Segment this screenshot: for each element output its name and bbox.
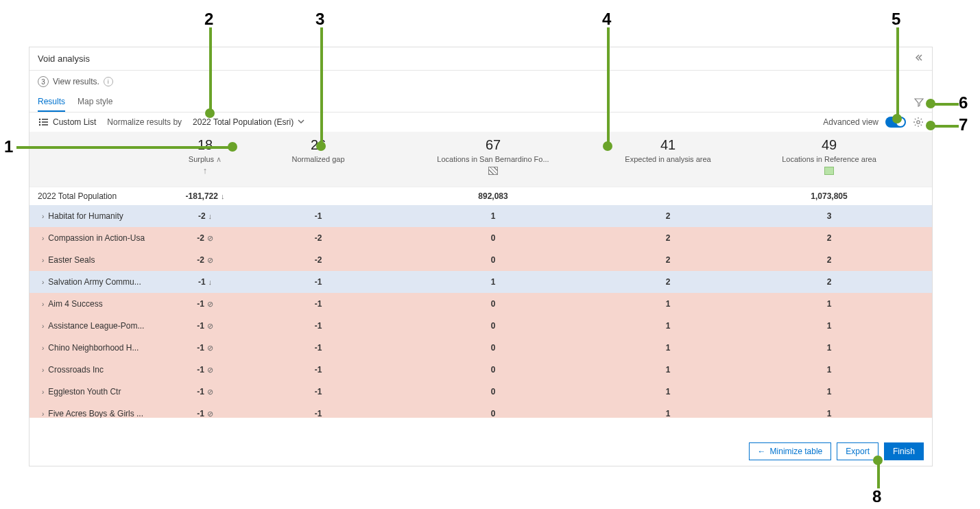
row-expected: 1: [610, 365, 726, 375]
arrow-left-icon: ←: [758, 447, 766, 456]
summary-locsan: 892,083: [377, 191, 610, 201]
expand-icon[interactable]: ›: [42, 388, 44, 396]
step-number-badge: 3: [38, 76, 49, 87]
gear-icon[interactable]: [913, 117, 924, 128]
row-normgap: -1: [260, 277, 377, 287]
callout-line-5: [896, 27, 899, 115]
row-name: Aim 4 Success: [48, 299, 102, 309]
row-surplus: -1: [197, 321, 204, 331]
row-name: Salvation Army Commu...: [48, 277, 141, 287]
row-locsan: 0: [377, 343, 610, 353]
table-row[interactable]: ›Crossroads Inc-1⊘-1011: [29, 359, 932, 381]
table-row[interactable]: ›Five Acres Boys & Girls ...-1⊘-1011: [29, 403, 932, 418]
callout-dot-1: [228, 142, 237, 152]
callout-line-6: [934, 103, 959, 106]
callout-line-1: [16, 146, 229, 149]
row-normgap: -1: [260, 343, 377, 353]
export-button[interactable]: Export: [837, 442, 879, 460]
callout-dot-3: [316, 141, 326, 151]
info-icon[interactable]: i: [104, 77, 113, 86]
column-locations-reference[interactable]: 49 Locations in Reference area: [726, 132, 932, 187]
row-locsan: 1: [377, 277, 610, 287]
callout-line-4: [607, 27, 610, 143]
trend-icon: ⊘: [207, 256, 213, 265]
locsan-count: 67: [486, 137, 501, 153]
table-row[interactable]: ›Assistance League-Pom...-1⊘-1011: [29, 315, 932, 337]
expand-icon[interactable]: ›: [42, 366, 44, 374]
table-row[interactable]: ›Habitat for Humanity-2↓-1123: [29, 205, 932, 227]
callout-1: 1: [4, 137, 13, 156]
table-row[interactable]: ›Compassion in Action-Usa-2⊘-2022: [29, 227, 932, 249]
callout-dot-4: [603, 141, 612, 151]
row-normgap: -1: [260, 299, 377, 309]
normalize-label: Normalize results by: [107, 117, 182, 127]
row-name: Easter Seals: [48, 255, 95, 265]
expand-icon[interactable]: ›: [42, 257, 44, 264]
row-normgap: -2: [260, 233, 377, 243]
callout-dot-8: [873, 455, 883, 465]
table-row[interactable]: ›Aim 4 Success-1⊘-1011: [29, 293, 932, 315]
callout-line-8: [877, 464, 880, 488]
tab-results[interactable]: Results: [38, 93, 65, 112]
tabs: Results Map style: [29, 93, 932, 113]
row-locref: 2: [726, 233, 932, 243]
row-normgap: -2: [260, 255, 377, 265]
row-locsan: 1: [377, 211, 610, 221]
expand-icon[interactable]: ›: [42, 322, 44, 330]
row-locref: 1: [726, 321, 932, 331]
column-expected[interactable]: 41 Expected in analysis area: [610, 132, 726, 187]
finish-button[interactable]: Finish: [884, 442, 924, 460]
normalize-value: 2022 Total Population (Esri): [193, 117, 294, 127]
tab-map-style[interactable]: Map style: [77, 93, 112, 112]
trend-icon: ↓: [208, 278, 213, 286]
results-table: 18 Surplus ∧ ↑ 26 Normalized gap 67 Loca…: [29, 132, 932, 418]
expand-icon[interactable]: ›: [42, 213, 44, 220]
expand-icon[interactable]: ›: [42, 300, 44, 308]
trend-icon: ⊘: [207, 388, 213, 396]
row-surplus: -1: [198, 277, 206, 287]
row-expected: 1: [610, 409, 726, 418]
callout-3: 3: [315, 10, 324, 29]
table-row[interactable]: ›Salvation Army Commu...-1↓-1122: [29, 271, 932, 293]
table-row[interactable]: ›Easter Seals-2⊘-2022: [29, 249, 932, 271]
trend-icon: ⊘: [207, 234, 213, 243]
row-surplus: -1: [197, 365, 204, 375]
custom-list-button[interactable]: Custom List: [38, 117, 96, 127]
expand-icon[interactable]: ›: [42, 235, 44, 242]
row-locsan: 0: [377, 321, 610, 331]
summary-name: 2022 Total Population: [29, 191, 150, 201]
row-expected: 2: [610, 233, 726, 243]
row-surplus: -1: [197, 409, 204, 418]
row-locsan: 0: [377, 409, 610, 418]
row-name: Assistance League-Pom...: [48, 321, 144, 331]
column-surplus[interactable]: 18 Surplus ∧ ↑: [150, 132, 260, 187]
row-name: Chino Neighborhood H...: [48, 343, 139, 353]
filter-icon[interactable]: [914, 97, 924, 107]
step-row: 3 View results. i: [29, 71, 932, 93]
trend-icon: ⊘: [207, 366, 213, 375]
callout-7: 7: [959, 115, 968, 134]
trend-icon: ⊘: [207, 344, 213, 353]
collapse-icon[interactable]: [914, 53, 924, 64]
callout-2: 2: [204, 10, 213, 29]
expand-icon[interactable]: ›: [42, 410, 44, 418]
row-name: Crossroads Inc: [48, 365, 104, 375]
row-locref: 1: [726, 409, 932, 418]
row-expected: 2: [610, 277, 726, 287]
minimize-table-button[interactable]: ← Minimize table: [749, 442, 832, 460]
row-locsan: 0: [377, 255, 610, 265]
table-row[interactable]: ›Eggleston Youth Ctr-1⊘-1011: [29, 381, 932, 403]
expand-icon[interactable]: ›: [42, 344, 44, 352]
table-row[interactable]: ›Chino Neighborhood H...-1⊘-1011: [29, 337, 932, 359]
surplus-count: 18: [198, 137, 213, 153]
svg-rect-5: [42, 124, 48, 126]
svg-point-2: [39, 121, 40, 123]
column-normalized-gap[interactable]: 26 Normalized gap: [260, 132, 377, 187]
row-surplus: -2: [197, 233, 204, 243]
column-locations-analysis[interactable]: 67 Locations in San Bernardino Fo...: [377, 132, 610, 187]
expand-icon[interactable]: ›: [42, 279, 44, 286]
row-locref: 1: [726, 387, 932, 396]
normalize-select[interactable]: 2022 Total Population (Esri): [193, 117, 304, 127]
row-locsan: 0: [377, 233, 610, 243]
table-body[interactable]: ›Habitat for Humanity-2↓-1123›Compassion…: [29, 205, 932, 418]
